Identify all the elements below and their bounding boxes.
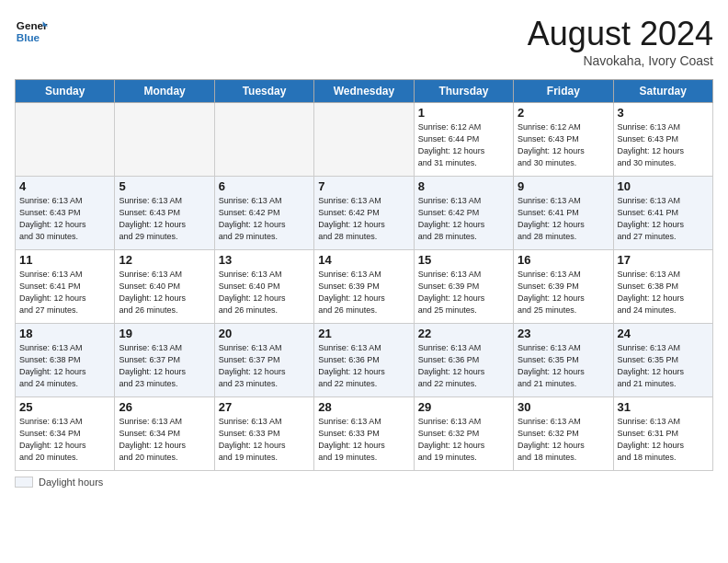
- calendar-cell: 21Sunrise: 6:13 AM Sunset: 6:36 PM Dayli…: [314, 324, 414, 397]
- day-number: 27: [219, 400, 310, 414]
- day-info: Sunrise: 6:13 AM Sunset: 6:39 PM Dayligh…: [418, 269, 509, 316]
- day-info: Sunrise: 6:13 AM Sunset: 6:38 PM Dayligh…: [618, 269, 709, 316]
- calendar-cell: 3Sunrise: 6:13 AM Sunset: 6:43 PM Daylig…: [613, 103, 712, 177]
- day-info: Sunrise: 6:13 AM Sunset: 6:36 PM Dayligh…: [318, 342, 409, 390]
- day-info: Sunrise: 6:13 AM Sunset: 6:41 PM Dayligh…: [19, 269, 110, 316]
- day-number: 26: [119, 400, 210, 414]
- calendar-cell: 13Sunrise: 6:13 AM Sunset: 6:40 PM Dayli…: [214, 250, 313, 324]
- day-info: Sunrise: 6:13 AM Sunset: 6:35 PM Dayligh…: [618, 342, 709, 390]
- calendar-cell: 6Sunrise: 6:13 AM Sunset: 6:42 PM Daylig…: [214, 177, 313, 250]
- calendar-cell: 14Sunrise: 6:13 AM Sunset: 6:39 PM Dayli…: [314, 250, 414, 324]
- calendar-cell: 22Sunrise: 6:13 AM Sunset: 6:36 PM Dayli…: [414, 324, 513, 397]
- day-info: Sunrise: 6:12 AM Sunset: 6:44 PM Dayligh…: [418, 121, 509, 169]
- day-info: Sunrise: 6:13 AM Sunset: 6:39 PM Dayligh…: [318, 269, 409, 316]
- day-info: Sunrise: 6:13 AM Sunset: 6:32 PM Dayligh…: [518, 416, 609, 464]
- day-info: Sunrise: 6:13 AM Sunset: 6:35 PM Dayligh…: [518, 342, 609, 390]
- day-header-wednesday: Wednesday: [314, 80, 414, 103]
- calendar-cell: 30Sunrise: 6:13 AM Sunset: 6:32 PM Dayli…: [514, 397, 613, 471]
- calendar-cell: [115, 103, 214, 177]
- day-number: 19: [119, 327, 210, 340]
- day-number: 1: [418, 106, 509, 120]
- day-info: Sunrise: 6:13 AM Sunset: 6:42 PM Dayligh…: [318, 195, 409, 243]
- day-number: 22: [418, 327, 509, 340]
- day-info: Sunrise: 6:13 AM Sunset: 6:43 PM Dayligh…: [119, 195, 210, 243]
- calendar-week-row: 1Sunrise: 6:12 AM Sunset: 6:44 PM Daylig…: [16, 103, 713, 177]
- day-info: Sunrise: 6:13 AM Sunset: 6:38 PM Dayligh…: [19, 342, 110, 390]
- logo-icon: General Blue: [15, 15, 48, 48]
- calendar-cell: 1Sunrise: 6:12 AM Sunset: 6:44 PM Daylig…: [414, 103, 513, 177]
- day-info: Sunrise: 6:13 AM Sunset: 6:34 PM Dayligh…: [119, 416, 210, 464]
- day-number: 18: [19, 327, 110, 340]
- day-info: Sunrise: 6:13 AM Sunset: 6:32 PM Dayligh…: [418, 416, 509, 464]
- day-number: 14: [318, 253, 409, 267]
- day-number: 10: [618, 179, 709, 193]
- day-number: 23: [518, 327, 609, 340]
- calendar-cell: 4Sunrise: 6:13 AM Sunset: 6:43 PM Daylig…: [16, 177, 115, 250]
- calendar-cell: 19Sunrise: 6:13 AM Sunset: 6:37 PM Dayli…: [115, 324, 214, 397]
- day-number: 25: [19, 400, 110, 414]
- logo: General Blue: [15, 15, 48, 48]
- day-header-tuesday: Tuesday: [214, 80, 313, 103]
- calendar-cell: 16Sunrise: 6:13 AM Sunset: 6:39 PM Dayli…: [514, 250, 613, 324]
- day-number: 5: [119, 179, 210, 193]
- day-number: 12: [119, 253, 210, 267]
- calendar-cell: [16, 103, 115, 177]
- day-info: Sunrise: 6:13 AM Sunset: 6:31 PM Dayligh…: [618, 416, 709, 464]
- day-number: 6: [219, 179, 310, 193]
- calendar-cell: [314, 103, 414, 177]
- day-number: 9: [518, 179, 609, 193]
- calendar-cell: 17Sunrise: 6:13 AM Sunset: 6:38 PM Dayli…: [613, 250, 712, 324]
- calendar-cell: 7Sunrise: 6:13 AM Sunset: 6:42 PM Daylig…: [314, 177, 414, 250]
- day-info: Sunrise: 6:13 AM Sunset: 6:37 PM Dayligh…: [119, 342, 210, 390]
- day-header-thursday: Thursday: [414, 80, 513, 103]
- calendar-cell: 2Sunrise: 6:12 AM Sunset: 6:43 PM Daylig…: [514, 103, 613, 177]
- day-header-friday: Friday: [514, 80, 613, 103]
- calendar-cell: 31Sunrise: 6:13 AM Sunset: 6:31 PM Dayli…: [613, 397, 712, 471]
- day-header-monday: Monday: [115, 80, 214, 103]
- calendar-cell: 27Sunrise: 6:13 AM Sunset: 6:33 PM Dayli…: [214, 397, 313, 471]
- calendar-cell: 11Sunrise: 6:13 AM Sunset: 6:41 PM Dayli…: [16, 250, 115, 324]
- day-number: 13: [219, 253, 310, 267]
- month-title: August 2024: [528, 15, 713, 53]
- calendar-week-row: 18Sunrise: 6:13 AM Sunset: 6:38 PM Dayli…: [16, 324, 713, 397]
- daylight-label: Daylight hours: [39, 477, 103, 488]
- page-header: General Blue August 2024 Navokaha, Ivory…: [15, 15, 713, 68]
- calendar-week-row: 11Sunrise: 6:13 AM Sunset: 6:41 PM Dayli…: [16, 250, 713, 324]
- day-number: 8: [418, 179, 509, 193]
- day-header-sunday: Sunday: [16, 80, 115, 103]
- footer-note: Daylight hours: [15, 477, 713, 488]
- day-number: 21: [318, 327, 409, 340]
- calendar-cell: 24Sunrise: 6:13 AM Sunset: 6:35 PM Dayli…: [613, 324, 712, 397]
- day-info: Sunrise: 6:13 AM Sunset: 6:33 PM Dayligh…: [318, 416, 409, 464]
- day-info: Sunrise: 6:13 AM Sunset: 6:37 PM Dayligh…: [219, 342, 310, 390]
- day-info: Sunrise: 6:13 AM Sunset: 6:43 PM Dayligh…: [618, 121, 709, 169]
- day-number: 3: [618, 106, 709, 120]
- day-number: 24: [618, 327, 709, 340]
- day-number: 29: [418, 400, 509, 414]
- calendar-cell: 5Sunrise: 6:13 AM Sunset: 6:43 PM Daylig…: [115, 177, 214, 250]
- day-number: 20: [219, 327, 310, 340]
- calendar-cell: 23Sunrise: 6:13 AM Sunset: 6:35 PM Dayli…: [514, 324, 613, 397]
- day-number: 11: [19, 253, 110, 267]
- day-info: Sunrise: 6:13 AM Sunset: 6:43 PM Dayligh…: [19, 195, 110, 243]
- calendar-table: SundayMondayTuesdayWednesdayThursdayFrid…: [15, 79, 713, 471]
- day-info: Sunrise: 6:13 AM Sunset: 6:36 PM Dayligh…: [418, 342, 509, 390]
- day-number: 28: [318, 400, 409, 414]
- calendar-cell: [214, 103, 313, 177]
- day-number: 17: [618, 253, 709, 267]
- calendar-cell: 8Sunrise: 6:13 AM Sunset: 6:42 PM Daylig…: [414, 177, 513, 250]
- svg-text:Blue: Blue: [17, 31, 40, 43]
- day-info: Sunrise: 6:13 AM Sunset: 6:41 PM Dayligh…: [518, 195, 609, 243]
- location-title: Navokaha, Ivory Coast: [528, 53, 713, 68]
- day-header-saturday: Saturday: [613, 80, 712, 103]
- day-info: Sunrise: 6:13 AM Sunset: 6:42 PM Dayligh…: [219, 195, 310, 243]
- calendar-cell: 12Sunrise: 6:13 AM Sunset: 6:40 PM Dayli…: [115, 250, 214, 324]
- day-number: 2: [518, 106, 609, 120]
- title-area: August 2024 Navokaha, Ivory Coast: [528, 15, 713, 68]
- calendar-header-row: SundayMondayTuesdayWednesdayThursdayFrid…: [16, 80, 713, 103]
- calendar-week-row: 4Sunrise: 6:13 AM Sunset: 6:43 PM Daylig…: [16, 177, 713, 250]
- calendar-cell: 28Sunrise: 6:13 AM Sunset: 6:33 PM Dayli…: [314, 397, 414, 471]
- day-info: Sunrise: 6:13 AM Sunset: 6:39 PM Dayligh…: [518, 269, 609, 316]
- calendar-cell: 25Sunrise: 6:13 AM Sunset: 6:34 PM Dayli…: [16, 397, 115, 471]
- calendar-cell: 9Sunrise: 6:13 AM Sunset: 6:41 PM Daylig…: [514, 177, 613, 250]
